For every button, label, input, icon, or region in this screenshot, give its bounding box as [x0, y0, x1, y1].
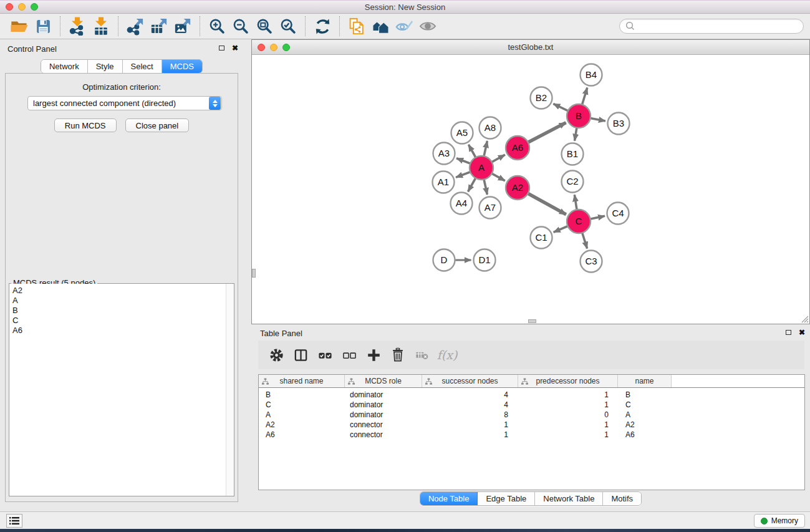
column-header-predecessor-nodes[interactable]: predecessor nodes — [518, 375, 618, 387]
show-details-button[interactable] — [416, 15, 440, 37]
column-label: name — [635, 377, 653, 385]
mcds-result-item[interactable]: A2 — [9, 286, 226, 296]
zoom-fit-button[interactable] — [253, 15, 276, 37]
table-cell: connector — [345, 420, 422, 429]
add-column-button[interactable] — [365, 347, 382, 363]
export-network-button[interactable] — [123, 15, 147, 37]
graph-node-B1[interactable]: B1 — [562, 143, 584, 165]
status-bar: Memory — [0, 511, 810, 529]
graph-node-B4[interactable]: B4 — [581, 64, 602, 86]
graph-node-A3[interactable]: A3 — [433, 143, 455, 165]
header-filler — [672, 375, 804, 387]
column-type-icon — [521, 378, 528, 387]
save-session-button[interactable] — [31, 15, 55, 37]
graph-node-D[interactable]: D — [433, 249, 455, 271]
graph-node-B[interactable]: B — [567, 104, 591, 128]
float-table-panel-icon[interactable] — [786, 330, 791, 335]
table-row[interactable]: Adominator80A — [259, 410, 804, 420]
table-cell: 1 — [518, 400, 618, 409]
column-header-successor-nodes[interactable]: successor nodes — [422, 375, 518, 387]
graph-node-A1[interactable]: A1 — [433, 172, 455, 193]
resize-grip-icon[interactable] — [800, 314, 809, 323]
graph-node-C4[interactable]: C4 — [607, 203, 629, 225]
table-row[interactable]: A6connector11A6 — [259, 430, 804, 440]
delete-table-button[interactable] — [414, 347, 430, 363]
graph-node-A2[interactable]: A2 — [506, 176, 529, 200]
column-view-button[interactable] — [292, 347, 309, 363]
network-overview-button[interactable] — [369, 15, 392, 37]
mcds-result-item[interactable]: A6 — [9, 326, 226, 336]
table-row[interactable]: Bdominator41B — [259, 390, 804, 400]
table-tab-motifs[interactable]: Motifs — [603, 492, 641, 505]
deselect-all-columns-button[interactable] — [341, 347, 357, 363]
svg-text:C3: C3 — [585, 256, 597, 266]
vertical-scroll-thumb[interactable] — [252, 269, 256, 278]
table-tab-edge-table[interactable]: Edge Table — [478, 492, 535, 505]
float-panel-icon[interactable] — [219, 46, 224, 51]
open-session-button[interactable] — [7, 15, 31, 37]
graph-node-A4[interactable]: A4 — [451, 193, 473, 215]
zoom-selected-button[interactable] — [276, 15, 300, 37]
result-scrollbar[interactable] — [226, 284, 234, 496]
close-panel-button[interactable]: Close panel — [125, 118, 190, 132]
graph-node-C[interactable]: C — [567, 210, 591, 233]
graph-node-A7[interactable]: A7 — [480, 197, 501, 219]
select-all-columns-button[interactable] — [317, 347, 333, 363]
memory-button[interactable]: Memory — [754, 514, 805, 528]
export-image-button[interactable] — [171, 15, 195, 37]
close-table-panel-icon[interactable]: ✖ — [799, 329, 805, 336]
svg-text:D: D — [441, 254, 448, 265]
table-tabbar: Node TableEdge TableNetwork TableMotifs — [420, 491, 642, 506]
table-cell: 1 — [422, 420, 518, 429]
tab-network[interactable]: Network — [41, 60, 88, 73]
tab-style[interactable]: Style — [88, 60, 123, 73]
dropdown-stepper-icon — [209, 97, 221, 110]
column-header-mcds-role[interactable]: MCDS role — [345, 375, 422, 387]
table-row[interactable]: Cdominator41C — [259, 400, 804, 410]
run-mcds-button[interactable]: Run MCDS — [54, 118, 117, 132]
table-tab-network-table[interactable]: Network Table — [535, 492, 603, 505]
graph-node-A6[interactable]: A6 — [506, 136, 529, 160]
duplicate-network-button[interactable] — [345, 15, 369, 37]
node-table[interactable]: shared nameMCDS rolesuccessor nodesprede… — [258, 374, 805, 490]
svg-text:B1: B1 — [567, 148, 578, 159]
search-input[interactable] — [636, 20, 798, 32]
import-table-button[interactable] — [89, 15, 113, 37]
refresh-view-button[interactable] — [311, 15, 334, 37]
criterion-dropdown[interactable]: largest connected component (directed) — [27, 96, 222, 110]
network-canvas[interactable]: B4B2BB3A8A5A6A3B1AC2A1A2A4A7C4CC1C3DD1 — [252, 55, 809, 324]
table-tab-node-table[interactable]: Node Table — [420, 492, 478, 505]
criterion-value: largest connected component (directed) — [28, 99, 209, 108]
tab-select[interactable]: Select — [123, 60, 162, 73]
tab-mcds[interactable]: MCDS — [162, 60, 202, 73]
graph-node-A8[interactable]: A8 — [480, 117, 501, 139]
close-panel-icon[interactable]: ✖ — [232, 45, 238, 51]
network-graph[interactable]: B4B2BB3A8A5A6A3B1AC2A1A2A4A7C4CC1C3DD1 — [252, 55, 809, 324]
mcds-result-item[interactable]: A — [9, 296, 226, 306]
graph-node-C1[interactable]: C1 — [531, 227, 552, 249]
horizontal-scroll-thumb[interactable] — [528, 319, 536, 323]
graph-node-C2[interactable]: C2 — [562, 171, 584, 193]
graph-node-A[interactable]: A — [470, 156, 493, 180]
hide-details-button[interactable] — [392, 15, 416, 37]
graph-node-B3[interactable]: B3 — [608, 113, 630, 135]
delete-columns-button[interactable] — [390, 347, 406, 363]
function-builder-button[interactable]: f(x) — [438, 347, 455, 363]
search-field[interactable] — [619, 19, 804, 34]
mcds-result-item[interactable]: B — [9, 306, 226, 316]
table-settings-button[interactable] — [268, 347, 284, 363]
column-header-name[interactable]: name — [618, 375, 672, 387]
export-table-button[interactable] — [147, 15, 171, 37]
zoom-out-button[interactable] — [229, 15, 253, 37]
graph-node-C3[interactable]: C3 — [581, 251, 602, 273]
mcds-result-item[interactable]: C — [9, 316, 226, 326]
graph-node-D1[interactable]: D1 — [474, 249, 496, 271]
zoom-in-button[interactable] — [205, 15, 229, 37]
graph-node-A5[interactable]: A5 — [451, 122, 473, 144]
graph-node-B2[interactable]: B2 — [531, 87, 552, 109]
column-header-shared-name[interactable]: shared name — [259, 375, 345, 387]
table-row[interactable]: A2connector11A2 — [259, 420, 804, 430]
task-history-button[interactable] — [6, 514, 22, 528]
import-network-button[interactable] — [65, 15, 89, 37]
control-panel-title: Control Panel — [7, 44, 57, 54]
